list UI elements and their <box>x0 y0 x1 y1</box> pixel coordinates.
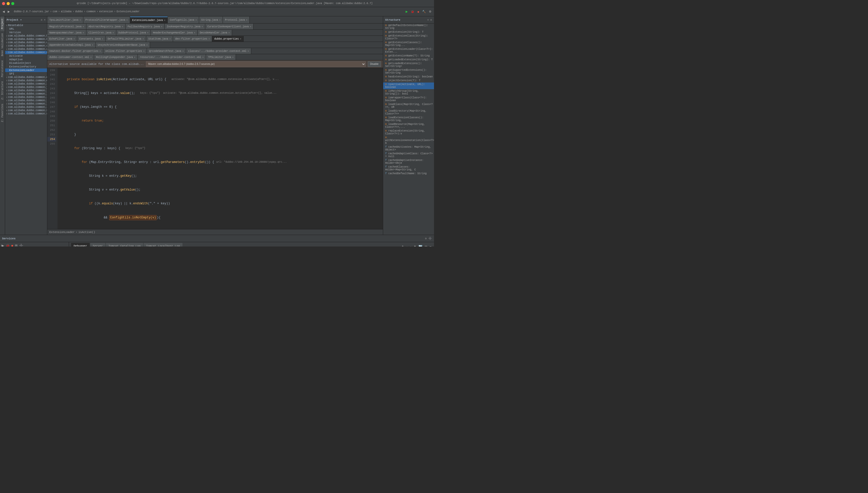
tab-close-icon[interactable]: ✕ <box>240 37 241 40</box>
tab-decodehandler[interactable]: DecodeHandler.java ✕ <box>198 30 232 36</box>
tab-tpslimitfilter[interactable]: TpsLimitFilter.java ✕ <box>47 17 83 23</box>
tab-namespacewatcher[interactable]: NamespaceWatcher.java ✕ <box>47 30 86 36</box>
structure-item-getdefault[interactable]: m getDefaultExtensionName(): String <box>383 23 434 30</box>
debugger-btn-3[interactable]: ↑ <box>410 245 412 246</box>
tab-tpslimiter[interactable]: TPSLimiter.java ✕ <box>206 55 236 60</box>
debugger-btn-4[interactable]: ⬆ <box>413 245 417 246</box>
tree-io[interactable]: ▸ com.alibaba.dubbo.common.io <box>5 82 47 86</box>
tree-logger-slf4j[interactable]: ▸ com.alibaba.dubbo.common.logger.slf4j <box>5 102 47 106</box>
tab-rollingfile[interactable]: RollingFileAppender.java ✕ <box>94 55 138 60</box>
vtab-project[interactable]: Project <box>1 16 4 31</box>
tree-beanutil[interactable]: ▸ com.alibaba.dubbo.common.beanutil <box>5 34 47 38</box>
structure-item-getloadedextension[interactable]: m getLoadedExtension(String): T <box>383 58 434 62</box>
structure-item-loaddirectory[interactable]: m loadDirectory(Map<String, Class<?>> <box>383 109 434 116</box>
tab-defaulttpslimiter[interactable]: DefaultTPSLimiter.java ✕ <box>106 36 146 42</box>
tab-unsyncappenderbase[interactable]: UnsynchronizedAppenderBase.java ✕ <box>96 42 150 48</box>
structure-item-cachedadaptiveinstance[interactable]: f cachedAdaptiveInstance: Holder<Obje <box>383 158 434 165</box>
tab-close-icon[interactable]: ✕ <box>126 18 128 21</box>
tab-abstractregistry[interactable]: AbstractRegistry.java ✕ <box>86 24 125 29</box>
tab-close-icon[interactable]: ✕ <box>250 25 251 28</box>
tab-close-icon[interactable]: ✕ <box>147 31 148 34</box>
structure-item-getsupported[interactable]: m getSupportedExtensions(): Set<String <box>383 68 434 75</box>
tree-bytecode[interactable]: ▸ com.alibaba.dubbo.common.bytecode <box>5 38 47 41</box>
structure-item-cacheddefaultname[interactable]: f cachedDefaultName: String <box>383 172 434 175</box>
tree-extension-sup[interactable]: ▸ com.alibaba.dubbo.common.extension.sup… <box>5 79 47 82</box>
structure-item-getloadedextensions[interactable]: m getLoadedExtensions(): Set<String> <box>383 62 434 68</box>
debug-button[interactable]: 🐞 <box>410 9 415 14</box>
vtab-persistence[interactable]: Persistence <box>1 58 4 79</box>
structure-item-loadclass[interactable]: m loadClass(Map<String, Class<?>>, UR <box>383 103 434 109</box>
tree-extension[interactable]: ▾ com.alibaba.dubbo.common.extension <box>5 51 47 54</box>
structure-item-getextensionloader[interactable]: m getExtensionLoader(Class<T>): Exten... <box>383 47 434 54</box>
tab-protocolfilterwrapper[interactable]: ProtocolFilterWrapper.java ✕ <box>83 17 130 23</box>
structure-item-replaceextension[interactable]: m replaceExtension(String, Class<?>):v <box>383 129 434 136</box>
tree-adaptive[interactable]: Adaptive <box>5 58 47 61</box>
tree-logger-log4j[interactable]: ▸ com.alibaba.dubbo.common.logger.log4j <box>5 99 47 102</box>
build-button[interactable]: 🔨 <box>421 9 427 14</box>
maven-source-select[interactable]: Maven: com.alibaba:dubbo:2.6.7 (dubbo-2.… <box>146 61 366 67</box>
tab-close-icon[interactable]: ✕ <box>246 18 247 21</box>
tab-resources-dubbo[interactable]: resources/.../dubbo-provider-context.xml… <box>138 55 206 60</box>
structure-item-cachedadaptiveclass[interactable]: f cachedAdaptiveClass: Class<?> = null <box>383 152 434 158</box>
structure-item-injectextension[interactable]: m injectExtension(T): T <box>383 79 434 83</box>
services-add-btn[interactable]: ➕ <box>19 243 24 246</box>
tree-version[interactable]: Version <box>5 31 47 34</box>
tab-close-icon[interactable]: ✕ <box>194 31 195 34</box>
forward-button[interactable]: ▶ <box>7 9 11 14</box>
tab-close-icon[interactable]: ✕ <box>90 56 92 59</box>
tab-classes-dubbo[interactable]: classes/.../dubbo-provider-context.xml ✕ <box>186 48 251 54</box>
structure-item-getextensionname[interactable]: m getExtensionName(T): String <box>383 54 434 58</box>
tree-compiler-supp[interactable]: ▸ com.alibaba.dubbo.common.compiler.supp… <box>5 44 47 47</box>
tab-close-icon[interactable]: ✕ <box>102 37 103 40</box>
tab-close-icon[interactable]: ✕ <box>83 31 84 34</box>
tab-headerexchangehandler[interactable]: HeaderExchangeHandler.java ✕ <box>151 30 198 36</box>
vtab-favorites[interactable]: Z: Favorites <box>1 102 4 124</box>
tab-registryprotocol[interactable]: RegistryProtocol.java ✕ <box>47 24 86 29</box>
tree-activate[interactable]: Activate <box>5 54 47 58</box>
tab-string[interactable]: String.java ✕ <box>199 17 223 23</box>
tab-statitem[interactable]: StatItem.java ✕ <box>146 36 173 42</box>
tab-zookeeperregistry[interactable]: ZookeeperRegistry.java ✕ <box>165 24 205 29</box>
tab-curatorzookeeper[interactable]: CuratorZookeeperClient.java ✕ <box>205 24 253 29</box>
tab-fallbackregistry[interactable]: FallbackRegistry.java ✕ <box>125 24 165 29</box>
services-filter-btn[interactable]: ⊞ <box>14 243 18 246</box>
stop-button[interactable]: ■ <box>416 10 420 14</box>
tab-close-icon[interactable]: ✕ <box>208 37 210 40</box>
tab-close-icon[interactable]: ✕ <box>202 56 204 59</box>
code-content[interactable]: private boolean isActive(Activate activa… <box>58 68 383 229</box>
tab-newtestdocker[interactable]: newtest-dockor-filter.properties ✕ <box>47 48 103 54</box>
structure-item-isactive[interactable]: m isActive(Activate, URL): boolean <box>383 83 434 89</box>
tab-qrcodesearchtest[interactable]: QrcodeSearchTest.java ✕ <box>147 48 186 54</box>
tab-close-icon[interactable]: ✕ <box>201 25 203 28</box>
tab-dubboprotocol[interactable]: DubboProtocol.java ✕ <box>116 30 151 36</box>
dbg-tab-server[interactable]: Server <box>90 243 106 246</box>
dbg-tab-debugger[interactable]: Debugger <box>71 243 90 246</box>
tab-extensionloader[interactable]: ExtensionLoader.java ✕ <box>130 17 168 23</box>
minimize-button[interactable] <box>7 2 10 5</box>
services-stop-btn[interactable]: ■ <box>11 243 14 246</box>
vtab-structure[interactable]: Z: Structure <box>1 79 4 102</box>
tree-extension-fact[interactable]: ▸ com.alibaba.dubbo.common.extension.fac… <box>5 76 47 79</box>
tab-close-icon[interactable]: ✕ <box>122 25 123 28</box>
tab-protocol[interactable]: Protocol.java ✕ <box>223 17 250 23</box>
structure-item-ismatchgroup[interactable]: m isMatchGroup(String, String[]): bool <box>383 89 434 96</box>
tree-concurrent[interactable]: ▸ com.alibaba.dubbo.common.concurrent <box>5 47 47 51</box>
services-run-btn[interactable]: ▶ <box>1 243 5 246</box>
tab-close-icon[interactable]: ✕ <box>143 49 145 52</box>
tree-disableinject[interactable]: DisableInject <box>5 61 47 65</box>
tab-close-icon[interactable]: ✕ <box>142 37 144 40</box>
services-debug-btn[interactable]: 🐞 <box>5 243 10 246</box>
debugger-btn-1[interactable]: ⇑ <box>401 245 405 246</box>
tree-serialize[interactable]: ▸ com.alibaba.dubbo.common.serialize <box>5 109 47 112</box>
tree-resetable[interactable]: ▸ Resetable <box>5 23 47 27</box>
tab-close-icon[interactable]: ✕ <box>134 56 136 59</box>
run-button[interactable]: ▶ <box>405 9 409 14</box>
structure-item-hasextension[interactable]: m hasExtension(String): boolean <box>383 75 434 79</box>
tab-close-icon[interactable]: ✕ <box>219 18 221 21</box>
tab-close-icon[interactable]: ✕ <box>195 18 197 21</box>
vtab-bean[interactable]: Bean Validation <box>1 31 4 58</box>
structure-item-getextensionclass[interactable]: m getExtensionClass(String): Class<?> <box>383 34 434 41</box>
structure-item-cachedactivates[interactable]: f cachedActivates: Map<String, Object> <box>383 145 434 152</box>
tree-spi[interactable]: SPI <box>5 72 47 76</box>
tab-close-icon[interactable]: ✕ <box>74 37 75 40</box>
